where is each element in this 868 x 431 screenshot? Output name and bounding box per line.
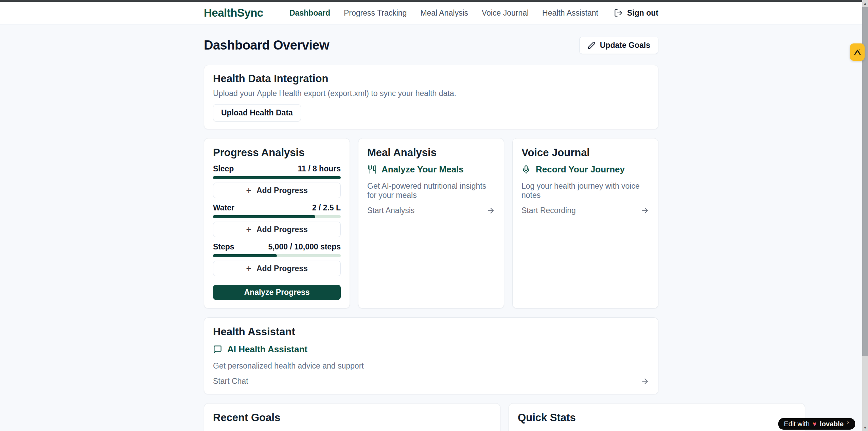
add-progress-label: Add Progress xyxy=(256,225,308,234)
close-icon[interactable]: × xyxy=(847,419,850,425)
health-data-title: Health Data Integration xyxy=(213,73,649,85)
meal-analysis-description: Get AI-powered nutritional insights for … xyxy=(367,182,495,200)
metric-water-value: 2 / 2.5 L xyxy=(312,203,341,212)
metric-steps-value: 5,000 / 10,000 steps xyxy=(268,242,341,251)
metric-sleep: Sleep 11 / 8 hours + Add Progress xyxy=(213,164,341,198)
health-assistant-description: Get personalized health advice and suppo… xyxy=(213,361,649,371)
nav-item-health-assistant[interactable]: Health Assistant xyxy=(542,8,598,18)
utensils-icon xyxy=(367,165,376,174)
ai-health-assistant-link[interactable]: AI Health Assistant xyxy=(213,344,649,355)
arrow-right-icon xyxy=(641,377,649,386)
chat-bubble-icon xyxy=(213,345,222,354)
voice-journal-title: Voice Journal xyxy=(521,147,649,159)
metric-sleep-label: Sleep xyxy=(213,164,234,173)
start-recording-row[interactable]: Start Recording xyxy=(521,206,649,215)
voice-journal-description: Log your health journey with voice notes xyxy=(521,182,649,200)
add-steps-progress-button[interactable]: + Add Progress xyxy=(213,261,341,276)
heart-icon: ♥ xyxy=(813,420,817,428)
scrollbar-up-arrow[interactable]: ▲ xyxy=(862,0,868,7)
vertical-scrollbar[interactable]: ▲ ▼ xyxy=(862,0,868,431)
nav-item-voice-journal[interactable]: Voice Journal xyxy=(482,8,529,18)
metric-steps-label: Steps xyxy=(213,242,234,251)
edit-with-label: Edit with xyxy=(784,420,810,428)
record-your-journey-label: Record Your Journey xyxy=(536,164,625,175)
start-analysis-row[interactable]: Start Analysis xyxy=(367,206,495,215)
update-goals-label: Update Goals xyxy=(600,41,650,50)
arrow-right-icon xyxy=(486,206,495,215)
meal-analysis-card: Meal Analysis Analyze Your Meals Get AI-… xyxy=(358,138,504,308)
arrow-right-icon xyxy=(641,206,649,215)
steps-progress-fill xyxy=(213,254,277,257)
add-progress-label: Add Progress xyxy=(256,264,308,273)
steps-progress-track xyxy=(213,254,341,257)
start-chat-label: Start Chat xyxy=(213,377,248,386)
progress-analysis-title: Progress Analysis xyxy=(213,147,341,159)
health-data-description: Upload your Apple Health export (export.… xyxy=(213,89,649,98)
sign-out-button[interactable]: Sign out xyxy=(614,8,658,18)
pencil-icon xyxy=(587,41,596,50)
recent-goals-title: Recent Goals xyxy=(213,412,491,424)
health-assistant-title: Health Assistant xyxy=(213,326,649,338)
plus-icon: + xyxy=(246,225,251,234)
top-navbar: HealthSync Dashboard Progress Tracking M… xyxy=(0,2,862,24)
add-sleep-progress-button[interactable]: + Add Progress xyxy=(213,183,341,198)
add-progress-label: Add Progress xyxy=(256,186,308,195)
analyze-your-meals-link[interactable]: Analyze Your Meals xyxy=(367,164,495,175)
start-chat-row[interactable]: Start Chat xyxy=(213,377,649,386)
quick-stats-title: Quick Stats xyxy=(518,412,796,424)
sleep-progress-fill xyxy=(213,176,341,179)
edit-with-lovable-badge[interactable]: Edit with ♥ lovable × xyxy=(778,418,855,430)
nav-links: Dashboard Progress Tracking Meal Analysi… xyxy=(289,8,658,18)
meal-analysis-title: Meal Analysis xyxy=(367,147,495,159)
metric-steps: Steps 5,000 / 10,000 steps + Add Progres… xyxy=(213,242,341,276)
metric-water-label: Water xyxy=(213,203,234,212)
water-progress-track xyxy=(213,215,341,218)
progress-analysis-card: Progress Analysis Sleep 11 / 8 hours + A… xyxy=(204,138,350,308)
page-title: Dashboard Overview xyxy=(204,38,329,53)
app-logo[interactable]: HealthSync xyxy=(204,6,263,19)
microphone-icon xyxy=(521,165,531,174)
extension-side-button[interactable] xyxy=(850,43,865,61)
extension-logo-icon xyxy=(853,48,862,57)
plus-icon: + xyxy=(246,186,251,195)
upload-health-data-button[interactable]: Upload Health Data xyxy=(213,104,301,121)
analyze-your-meals-label: Analyze Your Meals xyxy=(382,164,464,175)
update-goals-button[interactable]: Update Goals xyxy=(579,37,658,54)
plus-icon: + xyxy=(246,264,251,273)
metric-water: Water 2 / 2.5 L + Add Progress xyxy=(213,203,341,237)
health-data-integration-card: Health Data Integration Upload your Appl… xyxy=(204,65,658,129)
nav-item-progress-tracking[interactable]: Progress Tracking xyxy=(344,8,407,18)
health-assistant-card: Health Assistant AI Health Assistant Get… xyxy=(204,317,658,394)
logout-icon xyxy=(614,8,623,17)
analyze-progress-button[interactable]: Analyze Progress xyxy=(213,285,341,300)
lovable-brand-label: lovable xyxy=(820,420,844,428)
record-your-journey-link[interactable]: Record Your Journey xyxy=(521,164,649,175)
start-recording-label: Start Recording xyxy=(521,206,576,215)
start-analysis-label: Start Analysis xyxy=(367,206,414,215)
recent-goals-card: Recent Goals Select Date Today Yesterday… xyxy=(204,403,500,431)
nav-item-dashboard[interactable]: Dashboard xyxy=(289,8,330,18)
scrollbar-down-arrow[interactable]: ▼ xyxy=(862,424,868,431)
quick-stats-card: Quick Stats Select Date Today Yesterday … xyxy=(509,403,805,431)
metric-sleep-value: 11 / 8 hours xyxy=(298,164,341,173)
main-content: Dashboard Overview Update Goals Health D… xyxy=(0,24,862,431)
ai-health-assistant-label: AI Health Assistant xyxy=(227,344,307,355)
window-top-edge xyxy=(0,0,862,2)
voice-journal-card: Voice Journal Record Your Journey Log yo… xyxy=(512,138,658,308)
sleep-progress-track xyxy=(213,176,341,179)
sign-out-label: Sign out xyxy=(627,8,658,18)
water-progress-fill xyxy=(213,215,315,218)
add-water-progress-button[interactable]: + Add Progress xyxy=(213,222,341,237)
nav-item-meal-analysis[interactable]: Meal Analysis xyxy=(420,8,468,18)
